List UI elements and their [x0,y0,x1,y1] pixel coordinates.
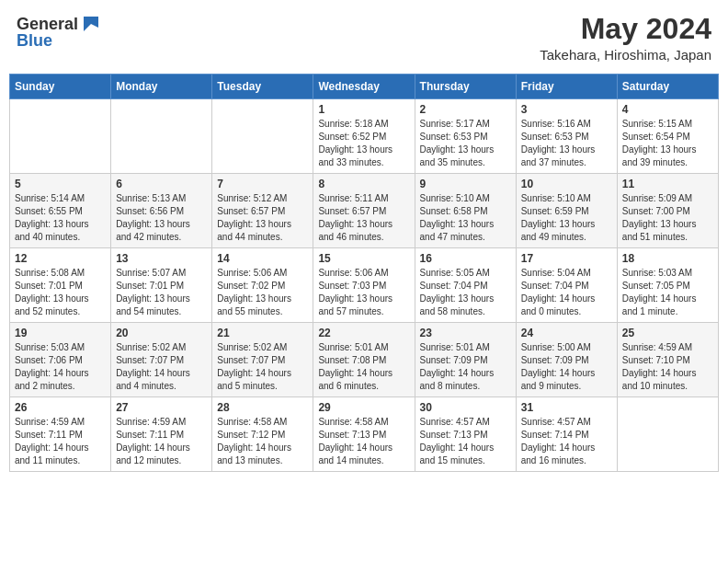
calendar-cell: 30Sunrise: 4:57 AM Sunset: 7:13 PM Dayli… [415,397,516,472]
calendar-cell [111,99,212,174]
day-info: Sunrise: 5:09 AM Sunset: 7:00 PM Dayligh… [622,192,713,244]
day-number: 27 [116,401,207,414]
week-row-1: 5Sunrise: 5:14 AM Sunset: 6:55 PM Daylig… [10,174,719,248]
calendar-cell: 28Sunrise: 4:58 AM Sunset: 7:12 PM Dayli… [212,397,313,472]
day-number: 10 [521,178,612,190]
day-info: Sunrise: 5:04 AM Sunset: 7:04 PM Dayligh… [521,267,612,318]
day-info: Sunrise: 5:12 AM Sunset: 6:57 PM Dayligh… [217,192,308,244]
day-number: 20 [116,327,207,339]
weekday-header-saturday: Saturday [617,75,718,99]
calendar-cell: 17Sunrise: 5:04 AM Sunset: 7:04 PM Dayli… [516,248,617,323]
day-number: 15 [318,252,409,265]
day-info: Sunrise: 5:03 AM Sunset: 7:06 PM Dayligh… [15,341,106,393]
weekday-header-row: SundayMondayTuesdayWednesdayThursdayFrid… [10,75,719,99]
calendar-cell: 13Sunrise: 5:07 AM Sunset: 7:01 PM Dayli… [111,248,212,323]
day-number: 28 [217,401,308,414]
calendar-cell: 25Sunrise: 4:59 AM Sunset: 7:10 PM Dayli… [617,323,718,397]
day-number: 24 [521,327,612,339]
calendar-cell: 22Sunrise: 5:01 AM Sunset: 7:08 PM Dayli… [313,323,415,397]
day-info: Sunrise: 5:07 AM Sunset: 7:01 PM Dayligh… [116,267,207,318]
calendar-cell: 29Sunrise: 4:58 AM Sunset: 7:13 PM Dayli… [313,397,415,472]
day-number: 17 [521,252,612,265]
logo-blue: Blue [17,31,52,50]
day-number: 19 [15,327,106,339]
day-info: Sunrise: 5:06 AM Sunset: 7:03 PM Dayligh… [318,267,409,318]
day-number: 2 [420,103,511,116]
day-info: Sunrise: 5:02 AM Sunset: 7:07 PM Dayligh… [217,341,308,393]
day-info: Sunrise: 4:57 AM Sunset: 7:14 PM Dayligh… [521,416,612,467]
day-number: 9 [420,178,511,190]
day-number: 23 [420,327,511,339]
day-number: 12 [15,252,106,265]
day-info: Sunrise: 5:06 AM Sunset: 7:02 PM Dayligh… [217,267,308,318]
calendar-cell: 21Sunrise: 5:02 AM Sunset: 7:07 PM Dayli… [212,323,313,397]
calendar-cell: 5Sunrise: 5:14 AM Sunset: 6:55 PM Daylig… [10,174,111,248]
day-number: 7 [217,178,308,190]
day-number: 29 [318,401,409,414]
day-number: 30 [420,401,511,414]
day-info: Sunrise: 5:15 AM Sunset: 6:54 PM Dayligh… [622,118,713,169]
calendar-cell: 8Sunrise: 5:11 AM Sunset: 6:57 PM Daylig… [313,174,415,248]
title-block: May 2024 Takehara, Hiroshima, Japan [540,13,711,63]
calendar-cell: 16Sunrise: 5:05 AM Sunset: 7:04 PM Dayli… [415,248,516,323]
week-row-4: 26Sunrise: 4:59 AM Sunset: 7:11 PM Dayli… [10,397,719,472]
day-info: Sunrise: 5:01 AM Sunset: 7:09 PM Dayligh… [420,341,511,393]
day-info: Sunrise: 5:01 AM Sunset: 7:08 PM Dayligh… [318,341,409,393]
day-number: 8 [318,178,409,190]
calendar-cell: 23Sunrise: 5:01 AM Sunset: 7:09 PM Dayli… [415,323,516,397]
weekday-header-monday: Monday [111,75,212,99]
day-info: Sunrise: 5:03 AM Sunset: 7:05 PM Dayligh… [622,267,713,318]
calendar-cell: 31Sunrise: 4:57 AM Sunset: 7:14 PM Dayli… [516,397,617,472]
calendar-cell: 14Sunrise: 5:06 AM Sunset: 7:02 PM Dayli… [212,248,313,323]
week-row-0: 1Sunrise: 5:18 AM Sunset: 6:52 PM Daylig… [10,99,719,174]
day-info: Sunrise: 4:58 AM Sunset: 7:12 PM Dayligh… [217,416,308,467]
day-info: Sunrise: 4:59 AM Sunset: 7:11 PM Dayligh… [15,416,106,467]
day-info: Sunrise: 4:59 AM Sunset: 7:10 PM Dayligh… [622,341,713,393]
day-info: Sunrise: 4:59 AM Sunset: 7:11 PM Dayligh… [116,416,207,467]
weekday-header-tuesday: Tuesday [212,75,313,99]
day-number: 13 [116,252,207,265]
day-number: 22 [318,327,409,339]
day-info: Sunrise: 5:10 AM Sunset: 6:59 PM Dayligh… [521,192,612,244]
day-info: Sunrise: 5:10 AM Sunset: 6:58 PM Dayligh… [420,192,511,244]
calendar-cell: 18Sunrise: 5:03 AM Sunset: 7:05 PM Dayli… [617,248,718,323]
svg-marker-0 [84,17,98,31]
day-number: 4 [622,103,713,116]
calendar-cell [10,99,111,174]
day-number: 16 [420,252,511,265]
calendar-cell: 26Sunrise: 4:59 AM Sunset: 7:11 PM Dayli… [10,397,111,472]
weekday-header-sunday: Sunday [10,75,111,99]
day-number: 11 [622,178,713,190]
calendar-cell: 20Sunrise: 5:02 AM Sunset: 7:07 PM Dayli… [111,323,212,397]
calendar-cell: 27Sunrise: 4:59 AM Sunset: 7:11 PM Dayli… [111,397,212,472]
day-info: Sunrise: 5:18 AM Sunset: 6:52 PM Dayligh… [318,118,409,169]
day-number: 14 [217,252,308,265]
day-number: 5 [15,178,106,190]
calendar-cell: 19Sunrise: 5:03 AM Sunset: 7:06 PM Dayli… [10,323,111,397]
calendar-cell: 2Sunrise: 5:17 AM Sunset: 6:53 PM Daylig… [415,99,516,174]
calendar-cell [617,397,718,472]
location: Takehara, Hiroshima, Japan [540,47,711,63]
week-row-3: 19Sunrise: 5:03 AM Sunset: 7:06 PM Dayli… [10,323,719,397]
day-number: 18 [622,252,713,265]
calendar-cell: 15Sunrise: 5:06 AM Sunset: 7:03 PM Dayli… [313,248,415,323]
day-info: Sunrise: 5:05 AM Sunset: 7:04 PM Dayligh… [420,267,511,318]
day-number: 21 [217,327,308,339]
weekday-header-thursday: Thursday [415,75,516,99]
day-number: 6 [116,178,207,190]
day-number: 25 [622,327,713,339]
day-number: 1 [318,103,409,116]
day-info: Sunrise: 5:14 AM Sunset: 6:55 PM Dayligh… [15,192,106,244]
day-info: Sunrise: 5:13 AM Sunset: 6:56 PM Dayligh… [116,192,207,244]
day-info: Sunrise: 4:57 AM Sunset: 7:13 PM Dayligh… [420,416,511,467]
calendar-cell: 3Sunrise: 5:16 AM Sunset: 6:53 PM Daylig… [516,99,617,174]
day-number: 3 [521,103,612,116]
day-info: Sunrise: 5:00 AM Sunset: 7:09 PM Dayligh… [521,341,612,393]
day-info: Sunrise: 4:58 AM Sunset: 7:13 PM Dayligh… [318,416,409,467]
calendar-cell: 10Sunrise: 5:10 AM Sunset: 6:59 PM Dayli… [516,174,617,248]
weekday-header-friday: Friday [516,75,617,99]
logo-icon [80,13,102,35]
calendar-cell [212,99,313,174]
day-info: Sunrise: 5:11 AM Sunset: 6:57 PM Dayligh… [318,192,409,244]
page-header: General Blue May 2024 Takehara, Hiroshim… [9,9,719,66]
